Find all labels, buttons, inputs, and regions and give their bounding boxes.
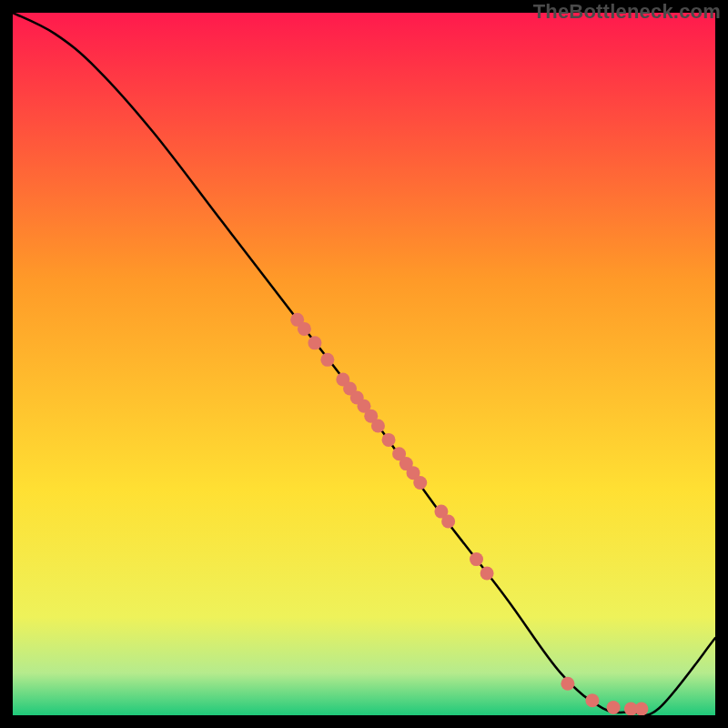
heat-gradient-bg	[13, 13, 715, 715]
svg-rect-0	[13, 13, 715, 715]
chart-stage: TheBottleneck.com	[0, 0, 728, 728]
plot-area	[13, 13, 715, 715]
